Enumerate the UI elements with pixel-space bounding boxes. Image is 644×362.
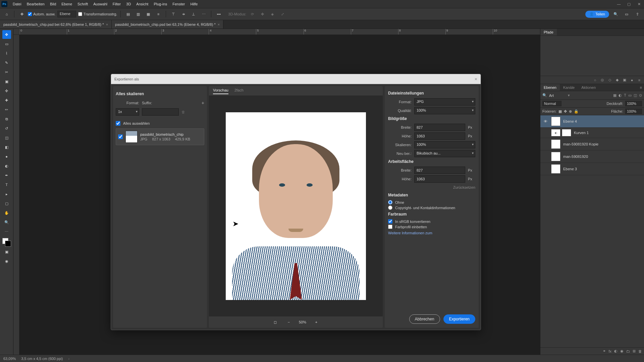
select-all-check[interactable]: Alles auswählen <box>116 121 204 126</box>
marquee-tool[interactable]: ▭ <box>2 40 11 48</box>
quick-mask-tool[interactable]: ◉ <box>2 257 11 265</box>
diamond-icon[interactable]: ◇ <box>607 78 612 82</box>
menu-plugins[interactable]: Plug-ins <box>151 1 170 7</box>
scale-select[interactable]: 100% <box>414 141 475 148</box>
group-icon[interactable]: 🗀 <box>626 349 630 353</box>
close-icon[interactable]: ✕ <box>634 0 644 8</box>
layer-row[interactable]: Ebene 3 <box>540 163 644 175</box>
menu-3d[interactable]: 3D <box>123 1 133 7</box>
layers-tab[interactable]: Ebenen <box>540 84 560 91</box>
add-size-button[interactable]: + <box>202 100 204 106</box>
suffix-input[interactable] <box>142 108 179 116</box>
width-input[interactable] <box>414 124 465 131</box>
zoom-tool[interactable]: 🔍 <box>2 218 11 227</box>
export-button[interactable]: Exportieren <box>443 314 475 324</box>
filled-diamond-icon[interactable]: ◆ <box>614 78 620 82</box>
align-center-icon[interactable]: ▥ <box>134 10 142 18</box>
document-tab-2[interactable]: passbild_biometrisch_chip.psd bei 63,1% … <box>112 20 223 28</box>
doc-info[interactable]: 3,5 cm x 4,5 cm (600 ppi) <box>21 357 63 361</box>
lasso-tool[interactable]: ⌇ <box>2 49 11 58</box>
layer-row[interactable]: man-59081920 Kopie <box>540 138 644 150</box>
layer-name[interactable]: man-59081920 Kopie <box>563 142 598 146</box>
eraser-tool[interactable]: ◫ <box>2 133 11 142</box>
2x-tab[interactable]: 2fach <box>234 88 244 94</box>
more-info-link[interactable]: Weitere Informationen zum <box>388 231 475 235</box>
cancel-button[interactable]: Abbrechen <box>409 314 440 324</box>
valign-top-icon[interactable]: ⊤ <box>169 10 177 18</box>
metadata-none-radio[interactable]: Ohne <box>388 200 475 204</box>
filter-adjust-icon[interactable]: ◐ <box>619 93 622 98</box>
share-button[interactable]: 👤Teilen <box>585 11 609 18</box>
minimize-icon[interactable]: — <box>614 0 624 8</box>
actions-tab[interactable]: Aktionen <box>578 84 599 91</box>
preview-canvas[interactable]: ➤ <box>209 96 383 316</box>
auto-select-target[interactable]: Ebene <box>57 11 76 17</box>
filter-shape-icon[interactable]: ▭ <box>628 93 632 98</box>
menu-schrift[interactable]: Schrift <box>75 1 91 7</box>
menu-auswahl[interactable]: Auswahl <box>91 1 110 7</box>
history-brush-tool[interactable]: ↺ <box>2 124 11 133</box>
format-select[interactable]: JPG <box>414 98 475 106</box>
filter-toggle-icon[interactable]: ⊙ <box>639 93 642 98</box>
dodge-tool[interactable]: ◐ <box>2 162 11 170</box>
workspace-icon[interactable]: ▭ <box>623 10 631 18</box>
embed-profile-check[interactable]: Farbprofil einbetten <box>388 225 475 229</box>
preview-tab[interactable]: Vorschau <box>213 88 228 94</box>
asset-item[interactable]: passbild_biometrisch_chip JPG 827 x 1063… <box>116 128 204 145</box>
more-align-icon[interactable]: ⋯ <box>200 10 208 18</box>
link-layers-icon[interactable]: ⚭ <box>603 349 606 353</box>
menu-bild[interactable]: Bild <box>47 1 59 7</box>
height-input[interactable] <box>414 132 465 140</box>
canvas-width-input[interactable] <box>414 167 465 174</box>
move-tool[interactable]: ✥ <box>2 30 11 39</box>
menu-ebene[interactable]: Ebene <box>59 1 75 7</box>
menu-datei[interactable]: Datei <box>10 1 24 7</box>
asset-check[interactable] <box>118 134 123 139</box>
gradient-tool[interactable]: ◧ <box>2 143 11 152</box>
panel-menu-icon[interactable]: ≡ <box>638 85 644 89</box>
align-right-icon[interactable]: ▦ <box>144 10 152 18</box>
hand-tool[interactable]: ✋ <box>2 208 11 217</box>
document-tab-1[interactable]: passbild_biometrisch_chip.psd bei 62,6% … <box>0 20 112 28</box>
lock-pixels-icon[interactable]: ▦ <box>558 109 562 114</box>
maximize-icon[interactable]: ▢ <box>624 0 634 8</box>
scale-select[interactable]: 1x <box>116 108 139 116</box>
search-icon[interactable]: 🔍 <box>612 10 620 18</box>
fx-icon[interactable]: fx <box>608 349 611 353</box>
more-options-icon[interactable]: ••• <box>215 10 223 18</box>
color-swatch[interactable] <box>2 238 11 247</box>
layer-filter-type[interactable]: Art <box>549 94 566 98</box>
tab-close-icon[interactable]: × <box>106 22 108 26</box>
lock-all-icon[interactable]: 🔒 <box>574 109 579 114</box>
more-tools[interactable]: ⋯ <box>2 227 11 236</box>
panel-menu-icon[interactable]: ≡ <box>637 78 642 82</box>
layer-name[interactable]: Ebene 4 <box>563 119 577 123</box>
home-icon[interactable]: ⌂ <box>3 10 11 18</box>
visibility-icon[interactable]: 👁 <box>542 119 548 123</box>
shape-tool[interactable]: ▢ <box>2 199 11 208</box>
circle-icon[interactable]: ○ <box>592 78 598 82</box>
search-icon[interactable]: 🔍 <box>542 93 547 98</box>
frame-tool[interactable]: ▣ <box>2 77 11 86</box>
dot-icon[interactable]: ● <box>629 78 635 82</box>
layer-row[interactable]: 👁Ebene 4 <box>540 115 644 128</box>
metadata-copyright-radio[interactable]: Copyright- und Kontaktinformationen <box>388 205 475 210</box>
delete-icon[interactable]: 🗑 <box>638 349 642 353</box>
layer-name[interactable]: Kurven 1 <box>574 131 589 135</box>
dialog-titlebar[interactable]: Exportieren als × <box>111 74 481 84</box>
brush-tool[interactable]: ✏ <box>2 105 11 114</box>
layer-mask[interactable] <box>562 129 571 136</box>
fill-input[interactable]: 100% <box>625 109 642 114</box>
zoom-level[interactable]: 63,09% <box>3 357 16 361</box>
menu-filter[interactable]: Filter <box>110 1 123 7</box>
auto-select-check[interactable]: Autom. ausw. <box>28 12 55 16</box>
blur-tool[interactable]: ● <box>2 152 11 161</box>
pen-tool[interactable]: ✒ <box>2 171 11 180</box>
layer-name[interactable]: Ebene 3 <box>563 167 577 171</box>
align-left-icon[interactable]: ▤ <box>124 10 132 18</box>
layer-row[interactable]: ◐Kurven 1 <box>540 128 644 138</box>
mask-icon[interactable]: ◐ <box>614 349 618 353</box>
menu-fenster[interactable]: Fenster <box>170 1 187 7</box>
screen-mode-tool[interactable]: ▣ <box>2 247 11 256</box>
filter-smart-icon[interactable]: ◫ <box>634 93 637 98</box>
